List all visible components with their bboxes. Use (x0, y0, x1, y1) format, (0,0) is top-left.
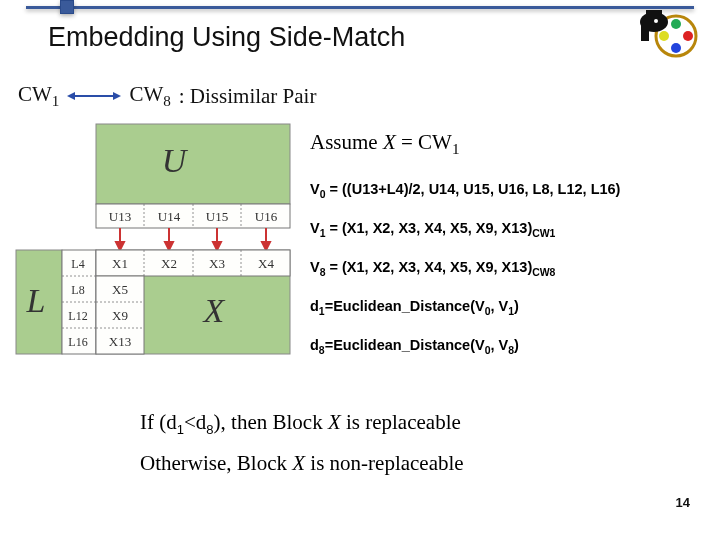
cw-left: CW1 (18, 82, 59, 110)
svg-text:U15: U15 (206, 209, 228, 224)
svg-rect-6 (646, 10, 662, 16)
svg-text:L16: L16 (68, 335, 87, 349)
svg-text:X13: X13 (109, 334, 131, 349)
svg-marker-10 (67, 92, 75, 100)
svg-text:X9: X9 (112, 308, 128, 323)
svg-marker-26 (213, 242, 221, 250)
l-block-label: L (26, 282, 46, 319)
svg-text:U16: U16 (255, 209, 278, 224)
svg-text:U13: U13 (109, 209, 131, 224)
side-match-diagram: U U13 U14 U15 U16 L L4 L8 L12 L16 X X1 X… (14, 122, 296, 358)
assume-line: Assume X = CW1 (310, 130, 712, 158)
eq-v0: V0 = ((U13+L4)/2, U14, U15, U16, L8, L12… (310, 180, 712, 201)
svg-marker-28 (262, 242, 270, 250)
corner-logo (626, 2, 698, 60)
x-block-label: X (202, 292, 226, 329)
svg-text:U14: U14 (158, 209, 181, 224)
svg-text:X4: X4 (258, 256, 274, 271)
eq-v1: V1 = (X1, X2, X3, X4, X5, X9, X13)CW1 (310, 219, 712, 240)
page-number: 14 (676, 495, 690, 510)
u-block-label: U (162, 142, 189, 179)
svg-point-4 (659, 31, 669, 41)
svg-point-1 (671, 19, 681, 29)
svg-text:X5: X5 (112, 282, 128, 297)
conclusion-line-2: Otherwise, Block X is non-replaceable (140, 451, 660, 476)
svg-text:X3: X3 (209, 256, 225, 271)
top-accent-square (60, 0, 74, 14)
svg-marker-22 (116, 242, 124, 250)
svg-point-2 (683, 31, 693, 41)
svg-text:L8: L8 (71, 283, 84, 297)
cw-right: CW8 (129, 82, 170, 110)
svg-rect-12 (96, 124, 290, 204)
conclusion-line-1: If (d1<d8), then Block X is replaceable (140, 410, 660, 437)
svg-text:L4: L4 (71, 257, 84, 271)
pair-description: CW1 CW8 : Dissimilar Pair (18, 82, 316, 110)
svg-rect-7 (641, 25, 649, 41)
double-arrow-icon (67, 89, 121, 103)
eq-v8: V8 = (X1, X2, X3, X4, X5, X9, X13)CW8 (310, 258, 712, 279)
svg-point-3 (671, 43, 681, 53)
svg-text:X2: X2 (161, 256, 177, 271)
top-accent-bar (26, 6, 694, 9)
svg-marker-24 (165, 242, 173, 250)
svg-point-8 (654, 19, 658, 23)
svg-text:X1: X1 (112, 256, 128, 271)
eq-d8: d8=Euclidean_Distance(V0, V8) (310, 336, 712, 357)
svg-text:L12: L12 (68, 309, 87, 323)
slide-title: Embedding Using Side-Match (48, 22, 405, 53)
pair-desc-text: : Dissimilar Pair (179, 84, 317, 109)
svg-marker-11 (113, 92, 121, 100)
eq-d1: d1=Euclidean_Distance(V0, V1) (310, 297, 712, 318)
